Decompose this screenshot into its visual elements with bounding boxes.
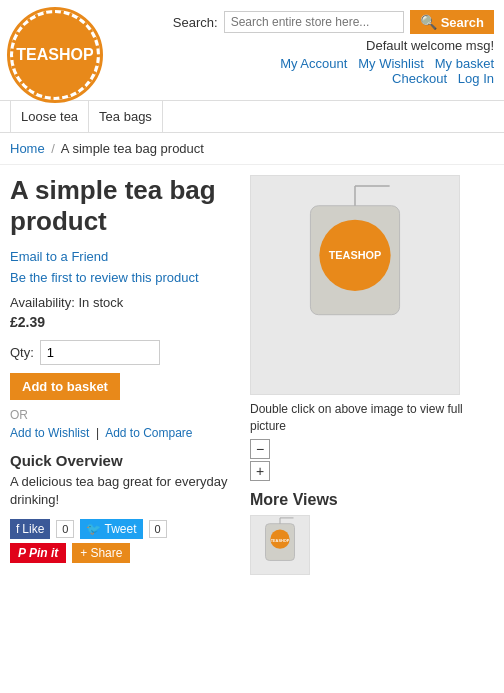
- product-links: Email to a Friend Be the first to review…: [10, 247, 240, 289]
- social-row-2: P Pin it + Share: [10, 543, 240, 563]
- breadcrumb-current: A simple tea bag product: [61, 141, 204, 156]
- image-hint: Double click on above image to view full…: [250, 401, 494, 435]
- social-row: f Like 0 🐦 Tweet 0: [10, 519, 240, 539]
- qty-label: Qty:: [10, 345, 34, 360]
- breadcrumb: Home / A simple tea bag product: [0, 133, 504, 165]
- site-header: TEASHOP Search: 🔍 Search Default welcome…: [0, 0, 504, 101]
- more-views-title: More Views: [250, 491, 494, 509]
- product-thumbnail[interactable]: TEASHOP: [250, 515, 310, 575]
- thumb-svg: TEASHOP: [251, 516, 309, 574]
- search-button[interactable]: 🔍 Search: [410, 10, 494, 34]
- availability-value: In stock: [78, 295, 123, 310]
- header-right: Search: 🔍 Search Default welcome msg! My…: [100, 10, 494, 86]
- product-price: £2.39: [10, 314, 240, 330]
- svg-text:TEASHOP: TEASHOP: [271, 539, 290, 543]
- zoom-out-button[interactable]: −: [250, 439, 270, 459]
- product-title: A simple tea bag product: [10, 175, 240, 237]
- account-nav: My Account My Wishlist My basket: [110, 56, 494, 71]
- plus-icon: +: [256, 463, 264, 479]
- product-main-image[interactable]: TEASHOP: [250, 175, 460, 395]
- quick-overview-title: Quick Overview: [10, 452, 240, 469]
- pin-label: Pin it: [29, 546, 58, 560]
- welcome-message: Default welcome msg!: [110, 38, 494, 53]
- quick-overview: Quick Overview A delicious tea bag great…: [10, 452, 240, 509]
- cat-loose-tea[interactable]: Loose tea: [10, 101, 89, 132]
- quick-overview-text: A delicious tea bag great for everyday d…: [10, 473, 240, 509]
- search-input[interactable]: [224, 11, 404, 33]
- login-link[interactable]: Log In: [458, 71, 494, 86]
- svg-text:TEASHOP: TEASHOP: [329, 249, 382, 261]
- breadcrumb-home[interactable]: Home: [10, 141, 45, 156]
- wishlist-link[interactable]: My Wishlist: [358, 56, 424, 71]
- search-label: Search:: [173, 15, 218, 30]
- product-image-svg: TEASHOP: [251, 176, 459, 394]
- wishlist-compare: Add to Wishlist | Add to Compare: [10, 426, 240, 440]
- add-basket-button[interactable]: Add to basket: [10, 373, 120, 400]
- checkout-nav: Checkout Log In: [110, 71, 494, 86]
- twitter-icon: 🐦: [86, 522, 101, 536]
- share-button[interactable]: + Share: [72, 543, 130, 563]
- qty-row: Qty:: [10, 340, 240, 365]
- pinterest-button[interactable]: P Pin it: [10, 543, 66, 563]
- search-button-label: Search: [441, 15, 484, 30]
- share-icon: +: [80, 546, 87, 560]
- or-text: OR: [10, 408, 240, 422]
- tweet-button[interactable]: 🐦 Tweet: [80, 519, 142, 539]
- facebook-like-button[interactable]: f Like: [10, 519, 50, 539]
- search-row: Search: 🔍 Search: [110, 10, 494, 34]
- fb-label: Like: [22, 522, 44, 536]
- add-compare-link[interactable]: Add to Compare: [105, 426, 192, 440]
- basket-link[interactable]: My basket: [435, 56, 494, 71]
- category-nav: Loose tea Tea bags: [0, 101, 504, 133]
- fb-count: 0: [56, 520, 74, 538]
- logo-text: TEASHOP: [16, 45, 93, 64]
- checkout-link[interactable]: Checkout: [392, 71, 447, 86]
- review-link[interactable]: Be the first to review this product: [10, 268, 240, 289]
- email-friend-link[interactable]: Email to a Friend: [10, 247, 240, 268]
- zoom-in-button[interactable]: +: [250, 461, 270, 481]
- availability-label: Availability:: [10, 295, 75, 310]
- cat-tea-bags[interactable]: Tea bags: [89, 101, 163, 132]
- minus-icon: −: [256, 441, 264, 457]
- site-logo: TEASHOP: [10, 10, 100, 100]
- my-account-link[interactable]: My Account: [280, 56, 347, 71]
- search-icon: 🔍: [420, 14, 437, 30]
- availability: Availability: In stock: [10, 295, 240, 310]
- product-image-col: TEASHOP Double click on above image to v…: [250, 175, 494, 575]
- tweet-label: Tweet: [104, 522, 136, 536]
- facebook-icon: f: [16, 522, 19, 536]
- zoom-controls: − +: [250, 439, 494, 481]
- product-section: A simple tea bag product Email to a Frie…: [0, 165, 504, 585]
- share-label: Share: [90, 546, 122, 560]
- pinterest-icon: P: [18, 546, 26, 560]
- product-details: A simple tea bag product Email to a Frie…: [10, 175, 240, 575]
- tweet-count: 0: [149, 520, 167, 538]
- qty-input[interactable]: [40, 340, 160, 365]
- add-wishlist-link[interactable]: Add to Wishlist: [10, 426, 89, 440]
- breadcrumb-separator: /: [51, 141, 55, 156]
